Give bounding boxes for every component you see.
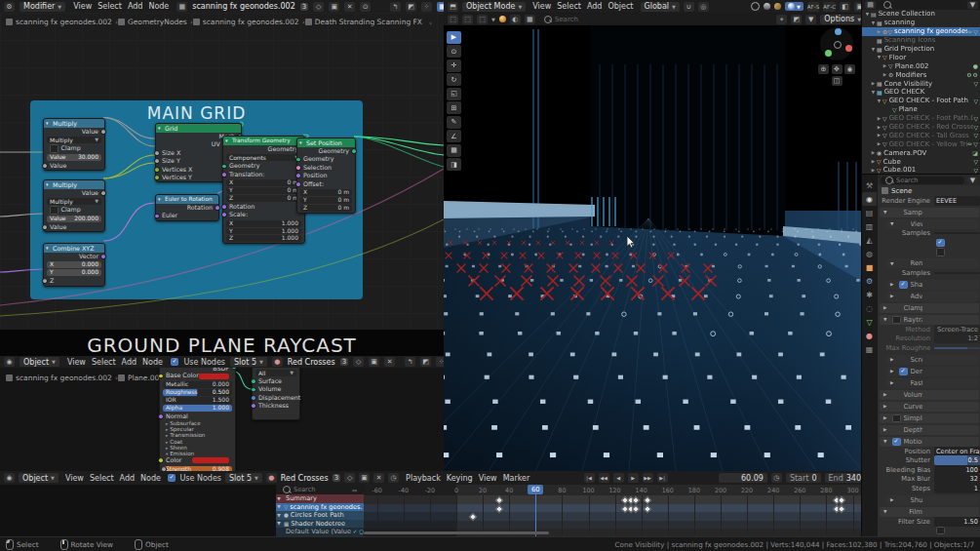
use-nodes-checkbox[interactable] [168,474,176,483]
dope-channel-row[interactable]: ▼▦Shader Nodetree [276,520,364,529]
node-material-output[interactable]: All▼ SurfaceVolumeDisplacementThickness [252,368,300,420]
dope-channel-row[interactable]: Default Value (Value✓ ○ [276,528,364,536]
play-reverse-button[interactable]: ◀ [613,473,624,483]
editor-type-icon[interactable]: ⚙ [4,2,15,12]
dope-channel-row[interactable]: ▼▽scanning fx geonodes.002 [276,503,364,512]
tool-icon-1[interactable]: ⬚ [448,15,458,24]
socket-out-value[interactable]: Value [44,128,104,136]
tab-particles[interactable]: ✱ [862,288,877,301]
material-name[interactable]: Red Crosses [288,358,335,367]
outliner-row[interactable]: ▽ Plane [862,105,980,114]
crumb-label[interactable]: scanning fx geonodes.002 [16,374,112,382]
slot-dropdown[interactable]: Slot 5▼ [225,473,262,483]
tool-icon-5[interactable]: ▦ [525,15,535,24]
properties-row[interactable]: ▶ Volumes [880,390,979,400]
snap-icon[interactable]: ⁘ [421,2,432,12]
tab-object-data[interactable]: ▽ [862,315,877,329]
unlink-icon[interactable]: ✕ [344,2,355,12]
bsdf-slider[interactable]: Alpha1.000 [163,405,232,412]
frame-end-field[interactable]: End340 [825,473,865,483]
socket-in-normal[interactable]: Normal [160,413,235,420]
frame-start-field[interactable]: Start0 [786,473,821,483]
material-name[interactable]: Red Crosses [281,474,329,483]
emission-color-row[interactable]: Color [160,456,235,465]
parent-icon[interactable]: ↰ [405,357,415,367]
row-checkbox[interactable] [936,248,945,256]
use-nodes-checkbox[interactable] [171,358,179,367]
scale-tool[interactable]: ◱ [447,88,461,100]
dope-channel-row[interactable]: ▼Summary [276,494,364,503]
play-button[interactable]: ▶ [628,473,639,483]
row-checkbox[interactable] [899,281,908,290]
row-checkbox[interactable] [936,527,945,535]
offset-field[interactable]: Z0 m [300,205,352,212]
measure-tool[interactable]: ∠ [447,130,461,142]
shield-icon[interactable]: ◇ [313,2,324,12]
viewport-search-input[interactable]: Search [539,15,642,23]
outliner-row[interactable]: ▶ ▽ Plane.002 ● [862,61,980,70]
properties-row[interactable]: ▶ Denoising [886,367,979,376]
outliner-row[interactable]: ▶ ▽ GEO CHECK - Foot Path.001 ▽ [862,114,980,123]
properties-row[interactable]: Max Roughness [878,343,980,353]
menu-item[interactable]: Select [95,2,125,11]
properties-row[interactable]: Temporal Reprojection [878,238,980,248]
next-keyframe-button[interactable]: ▶▶ [643,473,653,483]
parent-icon[interactable]: ↰ [390,2,401,12]
add-cube-tool[interactable]: ▦ [447,144,461,157]
outliner-row[interactable]: ▶ ▦ Cone Visibility ▽ [862,79,980,88]
offset-field[interactable]: Y0 m [300,197,352,204]
dope-channel-row[interactable]: ▼●Circles Foot Path [276,511,364,520]
editor-type-icon[interactable]: ▤ [865,1,876,9]
menu-item[interactable]: Node [137,474,164,483]
menu-item[interactable]: Select [554,2,584,11]
outliner-row[interactable]: ▶ ▽ GEO CHECK - Tall Grass ▽ [862,131,980,139]
menu-item[interactable]: Keying [444,474,476,483]
crumb-label[interactable]: scanning fx geonodes.002 [203,18,299,26]
menu-item[interactable]: Marker [500,474,533,483]
node-multiply-1[interactable]: Multiply Value Multiply▼ Clamp Value30.0… [43,118,105,171]
clamp-row[interactable]: Clamp [44,144,104,152]
fake-user-icon[interactable]: ▣ [359,473,370,483]
components-dropdown[interactable]: Components▼ [226,154,301,161]
node-transform-geometry[interactable]: Transform Geometry Geometry Components▼ … [222,136,305,244]
filter-icon[interactable]: ▼ [805,15,816,24]
row-value[interactable] [934,232,980,234]
tab-modifiers[interactable]: ⚙ [862,274,877,288]
jump-end-button[interactable]: ▶| [657,473,668,483]
menu-item[interactable]: Playback [403,474,444,483]
menu-item[interactable]: View [529,2,554,11]
socket-out-vector[interactable]: Vector [44,253,104,260]
row-checkbox[interactable] [892,414,901,423]
socket-in[interactable]: Thickness [253,402,299,410]
dope-ruler[interactable] [364,485,861,495]
crumb-label[interactable]: Death Stranding Scanning FX [315,18,422,26]
slot-dropdown[interactable]: Slot 5▼ [230,357,267,367]
properties-row[interactable]: ▼ Film [880,507,979,517]
node-header[interactable]: Multiply [44,119,104,128]
snap-magnet-icon[interactable]: ∪ [684,2,694,12]
geo-node-canvas[interactable]: scanning fx geonodes.002›GeometryNodes›s… [0,13,444,330]
row-checkbox[interactable] [899,368,908,376]
proportional-edit-icon[interactable]: ◎ [698,2,709,12]
node-header[interactable]: Euler to Rotation [156,195,218,204]
properties-row[interactable]: ▶ Screen Tracing [886,355,979,365]
outliner-row[interactable]: ▼ ▦ scanning [862,19,980,27]
properties-row[interactable]: Jittered Shadows [878,248,980,257]
users-count-badge[interactable]: 3 [300,3,308,11]
pan-icon[interactable]: ✥ [832,64,843,74]
shading-material-icon[interactable] [774,3,781,10]
properties-row[interactable]: ▶ Shadows [886,280,979,290]
row-value[interactable]: 1:2 [934,334,980,343]
scale-field[interactable]: X1.000 [226,220,301,227]
bsdf-slider[interactable]: Roughness0.500 [163,389,232,396]
translation-field[interactable]: X0 m [226,179,301,186]
properties-row[interactable]: Transparent [878,526,980,535]
socket-out-geometry[interactable]: Geometry [223,145,304,153]
users-count-badge[interactable]: 3 [340,358,348,366]
row-value[interactable]: 0.5 [934,455,980,465]
row-value[interactable]: Screen-Trace [934,325,980,335]
node-header[interactable]: Set Position [297,138,355,147]
menu-item[interactable]: Select [87,474,117,483]
properties-row[interactable]: Resolution 1:2 [878,335,980,344]
outliner-row[interactable]: ▶ ⚙ Modifiers ⚙⚙ [862,70,980,79]
